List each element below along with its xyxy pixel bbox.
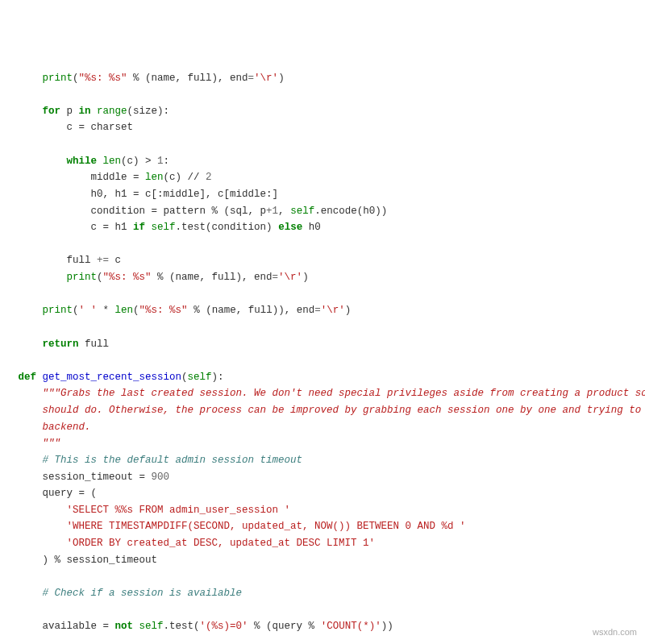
code-text: =	[273, 272, 279, 283]
code-text	[145, 222, 152, 233]
code-text: % (name, full)), end	[188, 305, 315, 316]
code-text: ' '	[79, 305, 98, 316]
code-text: (c) >	[121, 156, 157, 167]
code-text: % (query %	[248, 621, 321, 632]
code-text: print	[43, 305, 73, 316]
code-text: p	[60, 106, 79, 117]
code-text	[97, 156, 103, 167]
code-text: 900	[152, 472, 170, 483]
code-text: '\r'	[278, 272, 302, 283]
code-text: # This is the default admin session time…	[43, 455, 303, 466]
code-text: 'SELECT %%s FROM admin_user_session '	[67, 505, 291, 516]
code-text: len	[103, 156, 122, 167]
code-text: while	[67, 156, 98, 167]
code-text: )	[345, 305, 352, 316]
code-text: middle =	[91, 172, 146, 183]
code-text: c = h1	[91, 222, 134, 233]
code-text: print	[67, 272, 98, 283]
code-text: query = (	[43, 488, 98, 499]
code-text: "%s: %s"	[139, 305, 188, 316]
code-text: (c) //	[164, 172, 206, 183]
code-text: .test(	[164, 621, 200, 632]
code-text: self	[152, 222, 176, 233]
code-text: self	[188, 372, 212, 383]
code-text: *	[97, 305, 115, 316]
code-text: in	[79, 106, 91, 117]
code-text: (size):	[127, 106, 170, 117]
code-text: len	[115, 305, 134, 316]
code-text: c	[109, 255, 121, 266]
code-text: "%s: %s"	[103, 272, 152, 283]
code-text: ) % session_timeout	[43, 555, 158, 566]
code-text: len	[145, 172, 164, 183]
code-text: +=	[97, 255, 109, 266]
code-text: % (name, full), end	[127, 73, 248, 84]
code-text: ,	[278, 206, 290, 217]
code-text: for	[43, 106, 61, 117]
code-text: self	[290, 206, 314, 217]
code-text: condition = pattern % (sql, p	[91, 206, 267, 217]
code-text: """Grabs the last created session. We do…	[43, 388, 645, 399]
code-block: print("%s: %s" % (name, full), end='\r')…	[0, 67, 645, 645]
code-text: '\r'	[321, 305, 345, 316]
code-text: if	[133, 222, 145, 233]
code-text: +	[266, 206, 273, 217]
code-text: def	[19, 372, 37, 383]
code-text: 'ORDER BY created_at DESC, updated_at DE…	[67, 538, 376, 549]
code-text: '\r'	[254, 73, 278, 84]
code-text: """	[43, 438, 61, 449]
code-text: )	[302, 272, 309, 283]
code-text: not	[115, 621, 134, 632]
code-text: session_timeout =	[43, 472, 152, 483]
code-text: (	[181, 372, 188, 383]
code-text: % (name, full), end	[152, 272, 273, 283]
code-text: (	[97, 272, 103, 283]
code-text: c = charset	[67, 122, 134, 133]
code-text: full	[67, 255, 98, 266]
code-text: 2	[206, 172, 212, 183]
code-text: available =	[43, 621, 115, 632]
code-text: =	[314, 305, 321, 316]
code-text: # Check if a session is available	[43, 588, 243, 599]
code-text	[36, 372, 43, 383]
code-text: self	[139, 621, 164, 632]
code-text: .encode(h0))	[314, 206, 387, 217]
code-text	[133, 621, 139, 632]
code-text: return	[43, 339, 79, 350]
code-text: print	[43, 73, 73, 84]
code-text: 1	[273, 206, 279, 217]
code-text: full	[79, 339, 110, 350]
code-text: (	[73, 73, 79, 84]
code-text: 'COUNT(*)'	[321, 621, 381, 632]
code-text: =	[248, 73, 255, 84]
code-text: h0	[302, 222, 321, 233]
code-text: .test(condition)	[176, 222, 279, 233]
code-text: else	[278, 222, 302, 233]
watermark: wsxdn.com	[593, 625, 637, 639]
code-text: '(%s)=0'	[200, 621, 248, 632]
code-text: h0, h1 = c[:middle], c[middle:]	[91, 189, 279, 200]
code-text: (	[133, 305, 139, 316]
code-text: get_most_recent_session	[43, 372, 182, 383]
code-text: should do. Otherwise, the process can be…	[43, 405, 645, 416]
code-text: ))	[381, 621, 393, 632]
code-text: 'WHERE TIMESTAMPDIFF(SECOND, updated_at,…	[67, 521, 466, 532]
code-text	[91, 106, 98, 117]
code-text: )	[278, 73, 285, 84]
code-text: (	[73, 305, 79, 316]
code-text: "%s: %s"	[79, 73, 127, 84]
code-text: range	[97, 106, 127, 117]
code-text: :	[164, 156, 170, 167]
code-text: 1	[157, 156, 164, 167]
code-text: ):	[212, 372, 224, 383]
code-text: backend.	[43, 422, 91, 433]
